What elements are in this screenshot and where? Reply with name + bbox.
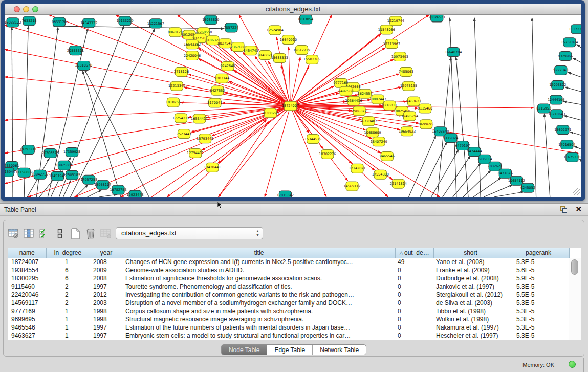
graph-node[interactable]: 16534411 [191, 114, 208, 123]
table-cell[interactable]: Corpus callosum shape and size in male p… [123, 307, 395, 315]
table-row[interactable]: 1938455462009Genome-wide association stu… [8, 266, 569, 274]
table-cell[interactable]: 2012 [90, 291, 123, 299]
table-cell[interactable]: 14569117 [8, 299, 46, 307]
graph-node[interactable]: 20553311 [67, 46, 84, 55]
graph-node[interactable]: 16640910 [280, 35, 297, 45]
graph-node[interactable]: 16543362 [184, 40, 201, 49]
graph-node[interactable]: 16782753 [110, 185, 126, 194]
table-cell[interactable]: 1 [46, 307, 90, 315]
graph-node[interactable]: 19133219 [116, 16, 133, 26]
graph-node[interactable]: 12219744 [387, 16, 404, 26]
table-cell[interactable]: Embryonic stem cells: a model to study s… [123, 332, 395, 340]
table-cell[interactable]: 0 [395, 332, 433, 340]
table-cell[interactable]: 5.3E-5 [508, 332, 569, 340]
graph-node[interactable]: 9245052 [520, 183, 535, 192]
citation-graph[interactable]: 8960123891295422260558982750316543362818… [5, 15, 581, 197]
graph-node[interactable]: 17359928 [63, 148, 80, 157]
table-cell[interactable]: 18724007 [8, 258, 46, 266]
graph-node[interactable]: 15793441 [197, 134, 213, 143]
graph-node[interactable]: 8427552 [210, 86, 225, 95]
table-cell[interactable]: 1997 [90, 332, 123, 340]
table-cell[interactable]: 1997 [90, 323, 123, 332]
graph-node[interactable]: 11221567 [147, 19, 164, 28]
graph-node[interactable]: 15582765 [303, 55, 320, 64]
tab-node-table[interactable]: Node Table [222, 345, 267, 355]
table-cell[interactable]: Tibbo et al. (1998) [433, 307, 508, 315]
table-row[interactable]: 2242004622012Investigating the contribut… [8, 291, 569, 299]
table-cell[interactable]: 2 [46, 282, 90, 291]
table-cell[interactable]: 18300295 [8, 274, 46, 282]
close-panel-icon[interactable]: ✕ [575, 205, 582, 214]
graph-node[interactable]: 7633215 [22, 16, 37, 26]
tab-network-table[interactable]: Network Table [312, 345, 366, 355]
table-cell[interactable]: 6 [46, 274, 90, 282]
table-cell[interactable]: Yano et al. (2008) [433, 258, 508, 266]
graph-node[interactable]: 6479197 [455, 141, 470, 150]
graph-node[interactable]: 15344575 [304, 135, 321, 144]
table-settings-icon[interactable] [8, 228, 20, 240]
table-row[interactable]: 1830029562008Estimation of significance … [8, 274, 569, 282]
column-header-name[interactable]: name [8, 248, 46, 258]
graph-node[interactable]: 12975135 [400, 81, 417, 91]
table-cell[interactable]: 0 [395, 315, 433, 323]
table-cell[interactable]: 9115460 [8, 282, 46, 291]
table-cell[interactable]: 9463627 [8, 332, 46, 340]
graph-node[interactable]: 10688609 [364, 128, 381, 137]
graph-node[interactable]: 1810755 [166, 98, 181, 107]
table-cell[interactable]: 9777169 [8, 307, 46, 315]
table-cell[interactable]: 9699695 [8, 315, 46, 323]
table-cell[interactable]: 22420046 [8, 291, 46, 299]
graph-node[interactable]: 16033809 [202, 15, 219, 25]
table-row[interactable]: 911546021997Tourette syndrome. Phenomeno… [8, 282, 569, 291]
table-row[interactable]: 946554611997Estimation of the future num… [8, 323, 569, 332]
graph-node[interactable]: 20364436 [345, 96, 362, 105]
node-table-header[interactable]: namein_degreeyeartitle△out_de…shortpager… [8, 248, 569, 258]
graph-node[interactable]: 15751074 [561, 38, 578, 47]
table-cell[interactable]: 5.3E-5 [508, 282, 569, 291]
table-cell[interactable]: 5.3E-5 [508, 299, 569, 307]
graph-node[interactable]: 13942757 [32, 170, 49, 179]
graph-node[interactable]: 14569117 [343, 182, 360, 191]
graph-node[interactable]: 6497568 [338, 86, 353, 96]
graph-node[interactable]: 14543332 [80, 18, 97, 28]
graph-node[interactable]: 12524904 [267, 26, 284, 35]
table-cell[interactable]: Structural magnetic resonance image aver… [123, 315, 395, 323]
table-cell[interactable]: 2 [46, 299, 90, 307]
table-cell[interactable]: 1 [46, 332, 90, 340]
table-cell[interactable]: Investigating the contribution of common… [123, 291, 395, 299]
table-row[interactable]: 1456911722003Disruption of a novel membe… [8, 299, 569, 307]
graph-node[interactable]: 11156889 [16, 168, 33, 177]
graph-node[interactable]: 12505185 [63, 170, 80, 180]
graph-node[interactable]: 7485063 [399, 67, 413, 76]
graph-node[interactable]: 19612719 [293, 46, 310, 55]
network-canvas[interactable]: 8960123891295422260558982750316543362818… [5, 15, 581, 197]
float-panel-icon[interactable] [560, 206, 568, 213]
table-cell[interactable]: 2003 [90, 299, 123, 307]
table-row[interactable]: 977716911998Corpus callosum shape and si… [8, 307, 569, 315]
graph-node[interactable]: 12923448 [127, 190, 144, 197]
graph-node[interactable]: 17254211 [172, 114, 189, 123]
column-header-pagerank[interactable]: pagerank [508, 248, 569, 258]
graph-node[interactable]: 2718126 [174, 67, 189, 76]
graph-node[interactable]: 20206576 [42, 149, 59, 158]
table-cell[interactable]: Nakamura et al. (1997) [433, 323, 508, 332]
graph-node[interactable]: 19293211 [20, 145, 37, 155]
table-cell[interactable]: Dudbridge et al. (2008) [433, 274, 508, 282]
table-vertical-scrollbar[interactable] [569, 258, 581, 340]
graph-node[interactable]: 17554300 [372, 170, 389, 179]
graph-node[interactable]: 9119324 [443, 134, 458, 143]
scrollbar-thumb[interactable] [571, 259, 578, 275]
table-cell[interactable]: Hescheler et al. (1997) [433, 332, 508, 340]
graph-node[interactable]: 8170041 [207, 98, 222, 107]
table-cell[interactable]: Stergiakouli et al. (2012) [433, 291, 508, 299]
graph-node[interactable]: 18300295 [262, 108, 279, 118]
table-cell[interactable]: Estimation of significance thresholds fo… [123, 274, 395, 282]
table-cell[interactable]: 0 [395, 266, 433, 274]
table-cell[interactable]: 1 [46, 315, 90, 323]
table-cell[interactable]: 5.5E-5 [508, 291, 569, 299]
table-cell[interactable]: de Silva et al. (2003) [433, 299, 508, 307]
graph-node[interactable]: 12213967 [383, 39, 400, 49]
table-cell[interactable]: Wolkin et al. (1998) [433, 315, 508, 323]
graph-node[interactable]: 10975887 [56, 161, 73, 170]
graph-node[interactable]: 11172334 [569, 25, 581, 34]
